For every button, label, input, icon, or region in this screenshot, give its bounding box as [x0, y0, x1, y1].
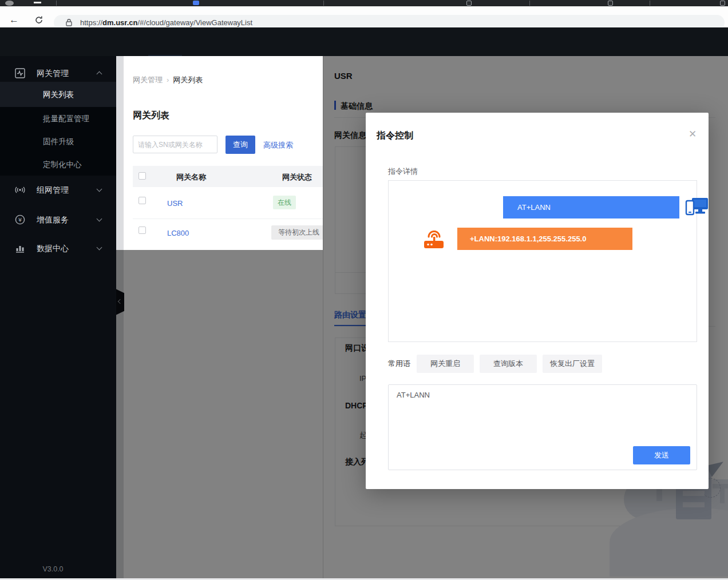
status-badge-pending: 等待初次上线	[271, 225, 323, 240]
browser-toolbar: ← https://dm.usr.cn/#/cloud/gateway/View…	[0, 6, 728, 27]
sidebar-group-value-services[interactable]: ¥ 增值服务	[0, 207, 116, 232]
response-bubble: +LANN:192.168.1.1,255.255.255.0	[457, 228, 632, 250]
sidebar: 网关管理 网关列表 批量配置管理 固件升级 定制化中心 组网管理 ¥ 增值服务	[0, 56, 116, 580]
url-scheme: https://	[80, 18, 102, 27]
refresh-icon[interactable]	[34, 15, 43, 25]
tab-separator	[56, 1, 57, 6]
gateway-list-panel: 网关管理›网关列表 网关列表 查询 高级搜索 网关名称 网关状态 USR 在线 …	[124, 56, 323, 250]
url-text[interactable]: https://dm.usr.cn/#/cloud/gateway/ViewGa…	[80, 18, 252, 27]
url-path: /#/cloud/gateway/ViewGatewayList	[137, 18, 252, 27]
row-checkbox[interactable]	[139, 197, 146, 204]
data-center-icon	[15, 243, 25, 253]
column-gateway-status: 网关状态	[282, 172, 312, 182]
client-devices-icon	[685, 196, 710, 219]
app-root: ← https://dm.usr.cn/#/cloud/gateway/View…	[0, 0, 728, 580]
chevron-down-icon	[97, 245, 102, 251]
chevron-down-icon	[97, 216, 102, 222]
sidebar-group-network[interactable]: 组网管理	[0, 177, 116, 202]
table-header: 网关名称 网关状态	[133, 166, 323, 187]
sidebar-item-firmware[interactable]: 固件升级	[43, 137, 74, 147]
browser-profile-avatar[interactable]	[5, 1, 14, 6]
modal-title: 指令控制	[377, 130, 413, 142]
breadcrumb-current: 网关列表	[173, 76, 203, 84]
sidebar-group-gateway[interactable]: 网关管理	[0, 61, 116, 86]
app-header: 有人云控制台 www.usr.cn IoT DM SIM 官方商城	[0, 27, 728, 56]
advanced-search-link[interactable]: 高级搜索	[263, 140, 293, 150]
tab-favicon-doc	[720, 1, 725, 6]
gateway-icon	[15, 68, 25, 78]
command-detail-label: 指令详情	[388, 166, 418, 177]
tab-separator	[650, 1, 650, 6]
tab-separator	[529, 1, 530, 6]
url-domain: dm.usr.cn	[102, 18, 137, 27]
breadcrumb: 网关管理›网关列表	[133, 75, 203, 85]
send-button[interactable]: 发送	[633, 446, 690, 464]
sidebar-item-custom-center[interactable]: 定制化中心	[43, 160, 82, 170]
breadcrumb-separator: ›	[167, 76, 169, 84]
sidebar-group-label: 数据中心	[37, 244, 69, 254]
quick-button-query-version[interactable]: 查询版本	[480, 355, 537, 373]
row-divider	[133, 219, 323, 219]
status-badge-online: 在线	[273, 196, 296, 209]
page-title: 网关列表	[133, 110, 169, 122]
tab-separator	[323, 1, 324, 6]
search-button[interactable]: 查询	[225, 136, 255, 154]
sidebar-group-label: 组网管理	[37, 185, 69, 196]
modal-overlay-bottom[interactable]	[116, 250, 323, 580]
chevron-up-icon	[97, 71, 102, 77]
lock-icon	[65, 18, 73, 27]
close-icon[interactable]: ✕	[689, 130, 697, 139]
gateway-name-link[interactable]: USR	[167, 199, 183, 208]
sidebar-item-batch-config[interactable]: 批量配置管理	[43, 114, 89, 124]
command-input[interactable]: AT+LANN	[389, 386, 696, 446]
row-checkbox[interactable]	[139, 227, 146, 234]
sidebar-group-data-center[interactable]: 数据中心	[0, 236, 116, 261]
version-label: V3.0.0	[0, 565, 106, 573]
network-icon	[15, 185, 25, 195]
back-icon[interactable]: ←	[9, 14, 19, 26]
command-chat-box: AT+LANN +LANN:192.168.1.1,255.255.255.0	[388, 180, 697, 342]
breadcrumb-root[interactable]: 网关管理	[133, 76, 163, 84]
chevron-down-icon	[97, 186, 102, 192]
quick-button-factory-reset[interactable]: 恢复出厂设置	[543, 355, 602, 373]
sidebar-group-label: 网关管理	[37, 69, 69, 79]
value-services-icon: ¥	[15, 214, 25, 225]
svg-text:¥: ¥	[18, 217, 22, 223]
browser-tab-strip	[0, 0, 728, 6]
gateway-router-icon	[421, 226, 446, 251]
gateway-name-link[interactable]: LC800	[167, 229, 189, 237]
sidebar-group-label: 增值服务	[37, 215, 69, 225]
quick-button-restart[interactable]: 网关重启	[417, 355, 474, 373]
select-all-checkbox[interactable]	[139, 172, 146, 180]
tab-favicon-doc	[608, 1, 613, 6]
common-phrases-label: 常用语	[388, 359, 410, 369]
column-gateway-name: 网关名称	[176, 172, 206, 182]
command-control-modal: 指令控制 ✕ 指令详情 AT+LANN +LANN:192.168.1.1,	[366, 113, 709, 489]
tab-minus-icon	[34, 2, 41, 3]
command-input-box: AT+LANN 发送	[388, 384, 697, 470]
sidebar-item-gateway-list[interactable]: 网关列表	[43, 90, 74, 100]
tab-favicon-doc	[466, 1, 472, 6]
active-tab-favicon	[193, 1, 199, 5]
sent-command-bubble: AT+LANN	[503, 196, 679, 219]
search-input[interactable]	[133, 136, 217, 153]
